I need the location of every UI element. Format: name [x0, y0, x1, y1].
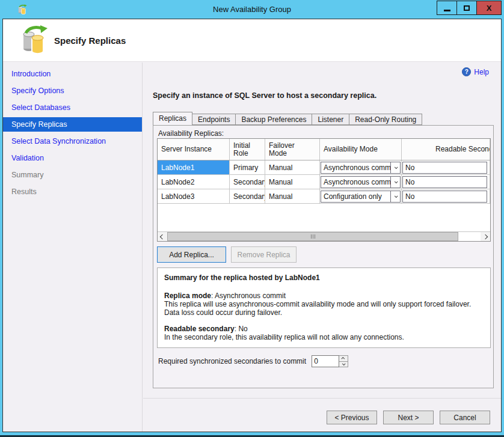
chevron-right-icon	[483, 234, 488, 239]
replica-mode-description: This replica will use asynchronous-commi…	[164, 300, 471, 317]
scrollbar-track[interactable]	[458, 232, 481, 241]
body-area: Introduction Specify Options Select Data…	[3, 63, 501, 432]
replica-mode-label: Replica mode	[164, 292, 211, 300]
column-header-readable-secondary[interactable]: Readable Secondary	[402, 139, 490, 160]
replicas-grid: Server Instance Initial Role Failover Mo…	[157, 138, 491, 242]
cancel-button[interactable]: Cancel	[440, 411, 490, 424]
close-icon: X	[487, 4, 492, 13]
table-row: LabNode3 Secondary Manual Configuration …	[158, 189, 490, 204]
instruction-text: Specify an instance of SQL Server to hos…	[153, 91, 376, 100]
availability-mode-combo[interactable]: Configuration only	[321, 191, 401, 203]
sidebar-item-select-data-synchronization[interactable]: Select Data Synchronization	[3, 134, 142, 148]
database-replica-icon	[17, 4, 28, 15]
failover-mode-cell[interactable]: Manual	[265, 175, 320, 189]
sidebar-item-results: Results	[3, 185, 142, 199]
tabstrip: Replicas Endpoints Backup Preferences Li…	[153, 112, 422, 125]
failover-mode-cell[interactable]: Manual	[265, 189, 320, 204]
remove-replica-button: Remove Replica	[231, 246, 297, 263]
help-icon: ?	[462, 67, 471, 76]
window-title: New Availability Group	[60, 5, 444, 14]
scrollbar-thumb[interactable]	[167, 232, 458, 241]
column-header-failover-mode[interactable]: Failover Mode	[265, 139, 320, 160]
server-instance-cell[interactable]: LabNode2	[158, 175, 230, 189]
server-instance-cell[interactable]: LabNode3	[158, 189, 230, 204]
server-instance-cell[interactable]: LabNode1	[158, 160, 230, 175]
tab-panel-replicas: Availability Replicas: Server Instance I…	[153, 125, 494, 388]
footer-bar: < Previous Next > Cancel	[143, 398, 501, 432]
dialog-new-availability-group: { "window": { "title": "New Availability…	[0, 0, 504, 437]
spin-down-button[interactable]	[339, 361, 348, 367]
table-row: LabNode2 Secondary Manual Asynchronous c…	[158, 175, 490, 189]
readable-secondary-summary: Readable secondary: No In the secondary …	[164, 325, 484, 341]
tab-endpoints[interactable]: Endpoints	[192, 114, 236, 125]
maximize-button[interactable]	[456, 1, 477, 15]
dialog-client-area: Specify Replicas Introduction Specify Op…	[2, 19, 502, 432]
readable-secondary-description: In the secondary role, this availability…	[164, 333, 404, 341]
spin-up-button[interactable]	[339, 356, 348, 361]
column-header-server-instance[interactable]: Server Instance	[158, 139, 230, 160]
table-row: LabNode1 Primary Manual Asynchronous com…	[158, 160, 490, 175]
failover-mode-cell[interactable]: Manual	[265, 160, 320, 175]
help-link[interactable]: ? Help	[462, 67, 489, 76]
sidebar-item-validation[interactable]: Validation	[3, 151, 142, 165]
previous-button[interactable]: < Previous	[327, 411, 377, 424]
availability-mode-combo[interactable]: Asynchronous commit	[321, 162, 401, 174]
readable-secondary-value: : No	[235, 325, 248, 333]
database-replica-icon	[19, 25, 50, 56]
chevron-left-icon	[160, 234, 165, 239]
sidebar-item-summary: Summary	[3, 168, 142, 182]
minimize-button[interactable]	[437, 1, 457, 15]
column-header-initial-role[interactable]: Initial Role	[230, 139, 265, 160]
tab-backup-preferences[interactable]: Backup Preferences	[235, 114, 312, 125]
chevron-down-icon[interactable]	[390, 177, 400, 188]
wizard-main-panel: ? Help Specify an instance of SQL Server…	[143, 63, 501, 432]
quorum-spinner-input[interactable]	[312, 355, 339, 367]
readable-secondary-label: Readable secondary	[164, 325, 235, 333]
readable-secondary-combo[interactable]: No	[402, 176, 487, 188]
tab-read-only-routing[interactable]: Read-Only Routing	[349, 114, 422, 125]
grid-header-row: Server Instance Initial Role Failover Mo…	[158, 139, 490, 160]
chevron-up-icon	[342, 357, 345, 361]
replica-mode-value: : Asynchronous commit	[211, 292, 286, 300]
chevron-down-icon[interactable]	[390, 162, 400, 173]
initial-role-cell[interactable]: Secondary	[230, 189, 265, 204]
add-replica-button[interactable]: Add Replica...	[157, 246, 226, 263]
help-label: Help	[474, 68, 489, 76]
column-header-availability-mode[interactable]: Availability Mode	[320, 139, 402, 160]
replica-mode-summary: Replica mode: Asynchronous commit This r…	[164, 292, 484, 317]
maximize-icon	[464, 5, 470, 11]
summary-title: Summary for the replica hosted by LabNod…	[164, 274, 484, 282]
initial-role-cell[interactable]: Primary	[230, 160, 265, 175]
quorum-label: Required synchronized secondaries to com…	[158, 357, 306, 365]
chevron-down-icon	[342, 362, 346, 365]
sidebar-item-introduction[interactable]: Introduction	[3, 67, 142, 81]
readable-secondary-combo[interactable]: No	[402, 191, 487, 203]
horizontal-scrollbar[interactable]	[158, 231, 490, 241]
chevron-down-icon[interactable]	[390, 191, 400, 202]
wizard-header: Specify Replicas	[3, 19, 501, 62]
summary-panel: Summary for the replica hosted by LabNod…	[157, 267, 491, 348]
readable-secondary-combo[interactable]: No	[402, 162, 487, 174]
initial-role-cell[interactable]: Secondary	[230, 175, 265, 189]
availability-replicas-label: Availability Replicas:	[158, 129, 224, 138]
next-button[interactable]: Next >	[383, 411, 434, 424]
sidebar-item-specify-replicas[interactable]: Specify Replicas	[3, 117, 142, 132]
sidebar-item-select-databases[interactable]: Select Databases	[3, 100, 142, 115]
page-title: Specify Replicas	[54, 35, 126, 46]
scroll-left-button[interactable]	[158, 232, 167, 241]
quorum-spinner-buttons	[339, 355, 348, 367]
scroll-right-button[interactable]	[481, 232, 490, 241]
availability-mode-combo[interactable]: Asynchronous commit	[321, 176, 401, 188]
titlebar: New Availability Group X	[0, 0, 504, 19]
tab-replicas[interactable]: Replicas	[153, 112, 192, 125]
quorum-row: Required synchronized secondaries to com…	[158, 355, 348, 367]
minimize-icon	[444, 10, 450, 11]
sidebar-item-specify-options[interactable]: Specify Options	[3, 84, 142, 98]
tab-listener[interactable]: Listener	[312, 114, 349, 125]
wizard-sidebar: Introduction Specify Options Select Data…	[3, 63, 143, 432]
close-button[interactable]: X	[476, 1, 502, 15]
